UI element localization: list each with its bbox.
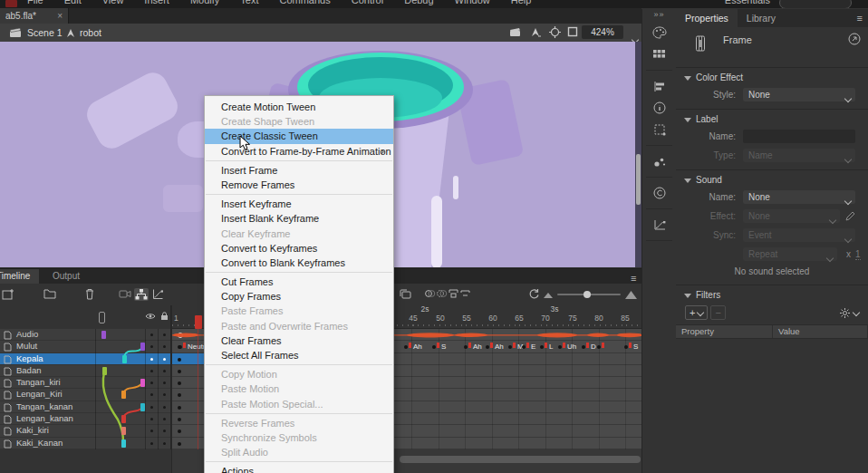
sound-name-dropdown[interactable]: None [743,190,855,204]
context-menu-item[interactable]: Paste Motion [205,381,393,396]
filter-options-chevron-icon[interactable] [853,309,860,316]
breadcrumb-scene[interactable]: Scene 1 [27,24,63,42]
layer-visibility-dot[interactable] [150,370,153,372]
menu-bar-item[interactable]: Text [240,0,258,7]
menu-bar-item[interactable]: View [102,0,124,7]
context-menu-item[interactable]: Clear Frames [205,333,393,348]
edit-scene-icon[interactable] [509,26,522,39]
parent-swatch[interactable] [121,427,126,435]
label-name-input[interactable] [743,130,855,143]
swatches-panel-icon[interactable] [642,43,676,65]
context-menu-item[interactable]: Convert to Frame-by-Frame Animation [205,144,393,159]
parent-swatch[interactable] [140,379,145,387]
transform-panel-icon[interactable] [642,119,676,140]
parent-swatch[interactable] [140,403,145,411]
collapse-panels-icon[interactable]: »» [642,9,676,22]
layer-visibility-dot[interactable] [150,418,153,420]
new-layer-icon[interactable] [2,288,14,301]
parent-swatch[interactable] [140,343,145,351]
new-folder-icon[interactable] [43,288,56,301]
context-menu-item[interactable]: Create Motion Tween [205,100,393,114]
menu-bar-item[interactable]: Window [455,0,490,7]
tab-library[interactable]: Library [738,9,785,27]
layer-lock-dot[interactable] [163,333,166,336]
menu-bar-item[interactable]: Commands [279,0,330,7]
style-dropdown[interactable]: None [743,88,855,101]
parent-swatch[interactable] [102,367,107,375]
context-menu-item[interactable]: Insert Frame [205,163,393,178]
context-menu-item[interactable]: Paste Frames [205,304,393,318]
zoom-in-frames-icon[interactable] [625,291,638,304]
menu-bar-item[interactable]: Help [511,0,532,7]
edit-multiple-frames-icon[interactable] [399,288,411,301]
breadcrumb-symbol[interactable]: robot [80,24,101,42]
timeline-panel-menu-icon[interactable]: ≡ [631,273,636,284]
onion-skin-icon[interactable] [424,288,437,301]
context-menu-item[interactable]: Copy Motion [205,367,393,381]
context-menu-item[interactable]: Insert Blank Keyframe [205,211,393,226]
context-menu-item[interactable]: Actions [205,464,393,473]
parent-swatch[interactable] [122,355,127,363]
context-menu-item[interactable]: Create Classic Tween [205,129,393,143]
context-menu-item[interactable]: Cut Frames [205,275,393,289]
layer-visibility-dot[interactable] [150,406,153,409]
visibility-column-eye-icon[interactable] [145,313,156,320]
layer-lock-dot[interactable] [163,430,166,432]
context-menu-item[interactable]: Paste and Overwrite Frames [205,319,393,333]
layer-visibility-dot[interactable] [150,345,153,348]
graph-editor-icon[interactable] [152,288,165,301]
filter-options-gear-icon[interactable] [839,307,851,319]
zoom-out-frames-icon[interactable] [544,293,556,305]
context-menu-item[interactable]: Paste Motion Special... [205,397,393,411]
help-link-icon[interactable] [848,33,861,45]
context-menu-item[interactable]: Copy Frames [205,289,393,304]
layer-lock-dot[interactable] [163,393,166,396]
delete-layer-icon[interactable] [84,288,97,301]
edit-symbols-icon[interactable] [529,26,542,39]
context-menu-item[interactable]: Reverse Frames [205,416,393,430]
onion-marker-range-icon[interactable] [448,288,460,301]
menu-bar-item[interactable]: File [27,0,43,7]
show-parenting-view-icon[interactable] [134,288,149,301]
layer-visibility-dot[interactable] [150,381,153,384]
layer-visibility-dot[interactable] [150,442,153,445]
playhead[interactable] [195,315,202,329]
close-tab-icon[interactable]: × [57,8,63,24]
parent-swatch[interactable] [121,439,126,448]
stage-vertical-scrollbar[interactable] [635,42,641,267]
menu-bar-item[interactable]: Modify [190,0,219,7]
layer-visibility-dot[interactable] [150,393,153,396]
parent-swatch[interactable] [121,391,126,399]
edit-sound-envelope-icon[interactable] [845,211,855,221]
layer-visibility-dot[interactable] [150,358,153,361]
timeline-horizontal-scrollbar[interactable] [400,456,641,463]
layer-lock-dot[interactable] [163,381,166,384]
menu-bar-item[interactable]: Debug [404,0,433,7]
layer-lock-dot[interactable] [163,406,166,409]
brush-library-panel-icon[interactable] [642,150,676,172]
motion-editor-panel-icon[interactable] [642,214,676,236]
menu-bar-item[interactable]: Insert [144,0,169,7]
context-menu-item[interactable]: Clear Keyframe [205,227,393,241]
context-menu-item[interactable]: Create Shape Tween [205,114,393,129]
add-filter-button[interactable]: + [685,305,708,320]
search-input[interactable] [779,0,852,8]
camera-icon[interactable] [119,288,131,301]
center-frame-icon[interactable] [549,26,562,39]
context-menu-item[interactable]: Split Audio [205,445,393,459]
filters-header[interactable]: Filters [676,288,868,303]
onion-skin-outlines-icon[interactable] [436,288,448,301]
align-panel-icon[interactable] [642,75,676,97]
parent-swatch[interactable] [101,331,106,339]
reset-timeline-zoom-icon[interactable] [528,288,541,301]
clip-content-icon[interactable] [567,26,580,39]
context-menu-item[interactable]: Convert to Keyframes [205,241,393,256]
tab-properties[interactable]: Properties [676,9,738,27]
parent-swatch[interactable] [121,415,126,423]
layer-lock-dot[interactable] [163,442,166,445]
workspace-switcher[interactable]: Essentials [725,0,770,5]
lock-column-icon[interactable] [160,312,169,321]
context-menu-item[interactable]: Synchronize Symbols [205,430,393,445]
onion-settings-icon[interactable] [459,288,472,301]
label-header[interactable]: Label [676,112,868,127]
